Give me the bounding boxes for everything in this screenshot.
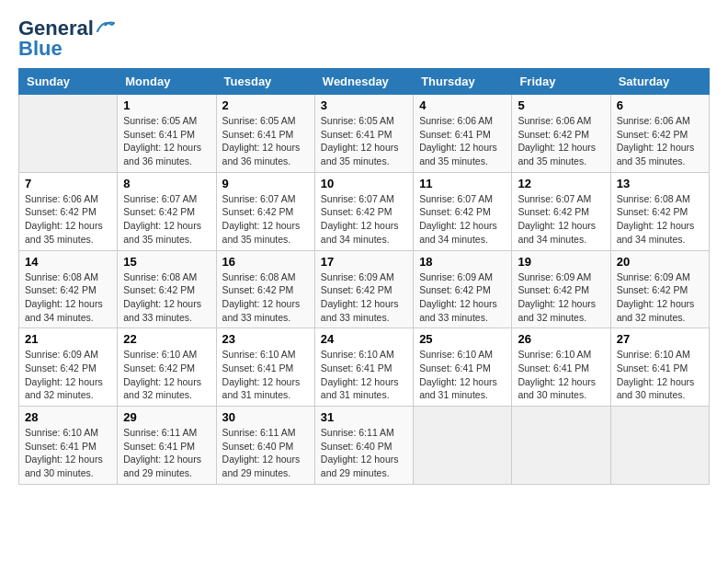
day-number: 6 bbox=[617, 98, 703, 112]
calendar-cell: 9 Sunrise: 6:07 AM Sunset: 6:42 PM Dayli… bbox=[216, 172, 314, 250]
calendar-cell bbox=[414, 407, 512, 485]
day-number: 15 bbox=[123, 255, 210, 269]
day-info: Sunrise: 6:10 AM Sunset: 6:41 PM Dayligh… bbox=[321, 348, 407, 402]
calendar-cell: 24 Sunrise: 6:10 AM Sunset: 6:41 PM Dayl… bbox=[314, 328, 413, 407]
day-number: 9 bbox=[222, 177, 309, 190]
day-info: Sunrise: 6:08 AM Sunset: 6:42 PM Dayligh… bbox=[222, 270, 309, 325]
calendar-week-row: 1 Sunrise: 6:05 AM Sunset: 6:41 PM Dayli… bbox=[19, 95, 710, 173]
day-info: Sunrise: 6:09 AM Sunset: 6:42 PM Dayligh… bbox=[617, 270, 703, 325]
weekday-header: Monday bbox=[118, 69, 216, 95]
day-number: 12 bbox=[518, 177, 604, 190]
calendar-cell: 20 Sunrise: 6:09 AM Sunset: 6:42 PM Dayl… bbox=[610, 250, 709, 328]
calendar-cell: 29 Sunrise: 6:11 AM Sunset: 6:41 PM Dayl… bbox=[118, 407, 216, 485]
day-number: 17 bbox=[321, 255, 407, 269]
day-number: 1 bbox=[123, 98, 210, 112]
day-number: 8 bbox=[123, 177, 210, 190]
day-info: Sunrise: 6:09 AM Sunset: 6:42 PM Dayligh… bbox=[419, 270, 506, 325]
day-number: 29 bbox=[123, 410, 210, 424]
day-number: 16 bbox=[222, 255, 309, 269]
day-info: Sunrise: 6:10 AM Sunset: 6:41 PM Dayligh… bbox=[518, 348, 604, 402]
weekday-header: Sunday bbox=[19, 69, 118, 95]
day-number: 28 bbox=[25, 410, 111, 424]
day-info: Sunrise: 6:10 AM Sunset: 6:41 PM Dayligh… bbox=[419, 348, 506, 402]
calendar-cell: 27 Sunrise: 6:10 AM Sunset: 6:41 PM Dayl… bbox=[610, 328, 709, 407]
day-number: 13 bbox=[617, 177, 703, 190]
logo-blue: Blue bbox=[18, 39, 63, 59]
day-number: 4 bbox=[419, 98, 506, 112]
weekday-header: Saturday bbox=[610, 69, 709, 95]
day-info: Sunrise: 6:10 AM Sunset: 6:41 PM Dayligh… bbox=[25, 426, 111, 480]
day-info: Sunrise: 6:11 AM Sunset: 6:41 PM Dayligh… bbox=[123, 426, 210, 480]
weekday-header: Thursday bbox=[414, 69, 512, 95]
calendar-week-row: 28 Sunrise: 6:10 AM Sunset: 6:41 PM Dayl… bbox=[19, 407, 710, 485]
calendar-cell: 7 Sunrise: 6:06 AM Sunset: 6:42 PM Dayli… bbox=[19, 172, 118, 250]
day-info: Sunrise: 6:06 AM Sunset: 6:42 PM Dayligh… bbox=[518, 114, 604, 168]
calendar-week-row: 7 Sunrise: 6:06 AM Sunset: 6:42 PM Dayli… bbox=[19, 172, 710, 250]
day-number: 18 bbox=[419, 255, 506, 269]
calendar-cell: 30 Sunrise: 6:11 AM Sunset: 6:40 PM Dayl… bbox=[216, 407, 314, 485]
logo: General Blue bbox=[18, 18, 116, 59]
day-info: Sunrise: 6:07 AM Sunset: 6:42 PM Dayligh… bbox=[321, 192, 407, 247]
day-info: Sunrise: 6:09 AM Sunset: 6:42 PM Dayligh… bbox=[321, 270, 407, 325]
calendar-table: SundayMondayTuesdayWednesdayThursdayFrid… bbox=[18, 68, 710, 485]
calendar-cell: 17 Sunrise: 6:09 AM Sunset: 6:42 PM Dayl… bbox=[314, 250, 413, 328]
day-info: Sunrise: 6:08 AM Sunset: 6:42 PM Dayligh… bbox=[123, 270, 210, 325]
calendar-cell: 2 Sunrise: 6:05 AM Sunset: 6:41 PM Dayli… bbox=[216, 95, 314, 173]
day-info: Sunrise: 6:07 AM Sunset: 6:42 PM Dayligh… bbox=[222, 192, 309, 247]
calendar-cell: 28 Sunrise: 6:10 AM Sunset: 6:41 PM Dayl… bbox=[19, 407, 118, 485]
calendar-cell: 6 Sunrise: 6:06 AM Sunset: 6:42 PM Dayli… bbox=[610, 95, 709, 173]
calendar-cell bbox=[610, 407, 709, 485]
calendar-cell: 4 Sunrise: 6:06 AM Sunset: 6:41 PM Dayli… bbox=[414, 95, 512, 173]
weekday-header-row: SundayMondayTuesdayWednesdayThursdayFrid… bbox=[19, 69, 710, 95]
day-info: Sunrise: 6:08 AM Sunset: 6:42 PM Dayligh… bbox=[25, 270, 111, 325]
calendar-cell: 25 Sunrise: 6:10 AM Sunset: 6:41 PM Dayl… bbox=[414, 328, 512, 407]
calendar-cell: 15 Sunrise: 6:08 AM Sunset: 6:42 PM Dayl… bbox=[118, 250, 216, 328]
calendar-cell: 31 Sunrise: 6:11 AM Sunset: 6:40 PM Dayl… bbox=[314, 407, 413, 485]
day-number: 2 bbox=[222, 98, 309, 112]
day-info: Sunrise: 6:10 AM Sunset: 6:41 PM Dayligh… bbox=[617, 348, 703, 402]
day-info: Sunrise: 6:06 AM Sunset: 6:41 PM Dayligh… bbox=[419, 114, 506, 168]
calendar-week-row: 21 Sunrise: 6:09 AM Sunset: 6:42 PM Dayl… bbox=[19, 328, 710, 407]
day-info: Sunrise: 6:10 AM Sunset: 6:42 PM Dayligh… bbox=[123, 348, 210, 402]
calendar-cell bbox=[512, 407, 610, 485]
day-number: 31 bbox=[321, 410, 407, 424]
day-number: 21 bbox=[25, 332, 111, 346]
day-info: Sunrise: 6:05 AM Sunset: 6:41 PM Dayligh… bbox=[222, 114, 309, 168]
day-info: Sunrise: 6:07 AM Sunset: 6:42 PM Dayligh… bbox=[518, 192, 604, 247]
day-number: 30 bbox=[222, 410, 309, 424]
logo-general: General bbox=[18, 18, 94, 39]
day-info: Sunrise: 6:08 AM Sunset: 6:42 PM Dayligh… bbox=[617, 192, 703, 247]
day-info: Sunrise: 6:05 AM Sunset: 6:41 PM Dayligh… bbox=[321, 114, 407, 168]
calendar-cell: 13 Sunrise: 6:08 AM Sunset: 6:42 PM Dayl… bbox=[610, 172, 709, 250]
day-info: Sunrise: 6:09 AM Sunset: 6:42 PM Dayligh… bbox=[25, 348, 111, 402]
day-number: 26 bbox=[518, 332, 604, 346]
day-number: 22 bbox=[123, 332, 210, 346]
day-info: Sunrise: 6:07 AM Sunset: 6:42 PM Dayligh… bbox=[123, 192, 210, 247]
day-number: 23 bbox=[222, 332, 309, 346]
day-info: Sunrise: 6:06 AM Sunset: 6:42 PM Dayligh… bbox=[25, 192, 111, 247]
weekday-header: Tuesday bbox=[216, 69, 314, 95]
calendar-cell: 8 Sunrise: 6:07 AM Sunset: 6:42 PM Dayli… bbox=[118, 172, 216, 250]
day-number: 27 bbox=[617, 332, 703, 346]
day-info: Sunrise: 6:06 AM Sunset: 6:42 PM Dayligh… bbox=[617, 114, 703, 168]
calendar-cell: 18 Sunrise: 6:09 AM Sunset: 6:42 PM Dayl… bbox=[414, 250, 512, 328]
day-info: Sunrise: 6:09 AM Sunset: 6:42 PM Dayligh… bbox=[518, 270, 604, 325]
day-number: 5 bbox=[518, 98, 604, 112]
calendar-cell: 21 Sunrise: 6:09 AM Sunset: 6:42 PM Dayl… bbox=[19, 328, 118, 407]
day-number: 24 bbox=[321, 332, 407, 346]
day-info: Sunrise: 6:11 AM Sunset: 6:40 PM Dayligh… bbox=[222, 426, 309, 480]
header: General Blue bbox=[18, 18, 710, 59]
calendar-cell: 23 Sunrise: 6:10 AM Sunset: 6:41 PM Dayl… bbox=[216, 328, 314, 407]
calendar-cell: 14 Sunrise: 6:08 AM Sunset: 6:42 PM Dayl… bbox=[19, 250, 118, 328]
day-number: 10 bbox=[321, 177, 407, 190]
day-number: 7 bbox=[25, 177, 111, 190]
calendar-cell: 26 Sunrise: 6:10 AM Sunset: 6:41 PM Dayl… bbox=[512, 328, 610, 407]
calendar-cell: 11 Sunrise: 6:07 AM Sunset: 6:42 PM Dayl… bbox=[414, 172, 512, 250]
day-number: 19 bbox=[518, 255, 604, 269]
day-number: 11 bbox=[419, 177, 506, 190]
day-number: 25 bbox=[419, 332, 506, 346]
calendar-cell: 16 Sunrise: 6:08 AM Sunset: 6:42 PM Dayl… bbox=[216, 250, 314, 328]
calendar-cell: 22 Sunrise: 6:10 AM Sunset: 6:42 PM Dayl… bbox=[118, 328, 216, 407]
weekday-header: Wednesday bbox=[314, 69, 413, 95]
day-info: Sunrise: 6:05 AM Sunset: 6:41 PM Dayligh… bbox=[123, 114, 210, 168]
